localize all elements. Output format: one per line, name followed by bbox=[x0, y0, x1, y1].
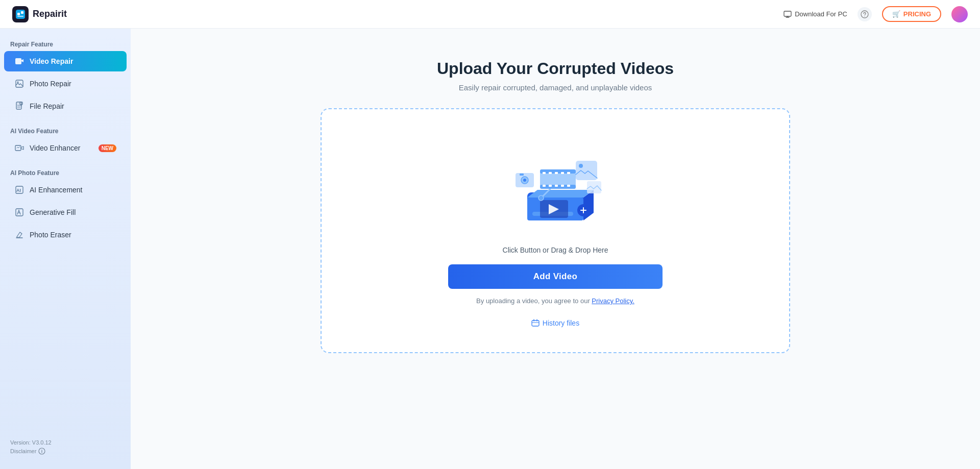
repair-feature-section-label: Repair Feature bbox=[0, 37, 131, 50]
svg-rect-32 bbox=[549, 185, 552, 187]
svg-rect-3 bbox=[17, 16, 23, 17]
page-title: Upload Your Corrupted Videos bbox=[437, 59, 674, 78]
ai-photo-feature-section-label: AI Photo Feature bbox=[0, 165, 131, 179]
svg-point-6 bbox=[864, 15, 865, 16]
generative-fill-icon bbox=[14, 207, 24, 217]
sidebar-item-label-ai-enhancement: AI Enhancement bbox=[30, 186, 116, 194]
pricing-cart-icon: 🛒 bbox=[892, 10, 900, 18]
help-button[interactable] bbox=[857, 7, 872, 21]
photo-repair-icon bbox=[14, 79, 24, 89]
user-avatar[interactable] bbox=[951, 6, 968, 22]
ai-enhancement-icon: AI bbox=[14, 185, 24, 195]
svg-point-9 bbox=[17, 82, 19, 83]
svg-rect-28 bbox=[555, 172, 558, 174]
file-repair-icon bbox=[14, 101, 24, 111]
svg-rect-30 bbox=[567, 172, 570, 174]
sidebar-item-label-photo-repair: Photo Repair bbox=[30, 80, 116, 88]
sidebar-item-label-video-repair: Video Repair bbox=[30, 57, 116, 65]
sidebar-item-photo-eraser[interactable]: Photo Eraser bbox=[4, 225, 127, 245]
svg-rect-26 bbox=[543, 172, 546, 174]
new-badge: NEW bbox=[99, 144, 116, 152]
sidebar-footer: Version: V3.0.12 Disclaimer bbox=[0, 433, 131, 461]
svg-rect-1 bbox=[17, 13, 20, 15]
sidebar-item-video-enhancer[interactable]: Video Enhancer NEW bbox=[4, 138, 127, 158]
video-repair-icon bbox=[14, 56, 24, 66]
download-for-pc-button[interactable]: Download For PC bbox=[783, 10, 847, 18]
header: Repairit Download For PC 🛒 PRICING bbox=[0, 0, 980, 29]
video-enhancer-icon bbox=[14, 143, 24, 153]
sidebar-item-label-file-repair: File Repair bbox=[30, 102, 116, 110]
svg-rect-29 bbox=[561, 172, 564, 174]
svg-rect-43 bbox=[532, 320, 539, 326]
svg-rect-4 bbox=[784, 11, 791, 16]
sidebar-item-label-generative-fill: Generative Fill bbox=[30, 208, 116, 216]
header-right: Download For PC 🛒 PRICING bbox=[783, 6, 968, 22]
svg-rect-35 bbox=[567, 185, 570, 187]
sidebar-item-label-video-enhancer: Video Enhancer bbox=[30, 144, 93, 152]
svg-rect-8 bbox=[16, 80, 23, 87]
pricing-button[interactable]: 🛒 PRICING bbox=[882, 6, 941, 22]
info-icon bbox=[38, 448, 45, 455]
svg-rect-31 bbox=[543, 185, 546, 187]
add-video-button[interactable]: Add Video bbox=[448, 264, 663, 289]
sidebar: Repair Feature Video Repair Photo Repair bbox=[0, 29, 131, 469]
main-content: Upload Your Corrupted Videos Easily repa… bbox=[131, 29, 980, 469]
sidebar-item-file-repair[interactable]: File Repair bbox=[4, 96, 127, 116]
upload-illustration bbox=[504, 134, 606, 236]
svg-rect-33 bbox=[555, 185, 558, 187]
history-icon bbox=[531, 319, 540, 327]
page-subtitle: Easily repair corrupted, damaged, and un… bbox=[459, 83, 652, 92]
version-label: Version: V3.0.12 bbox=[10, 439, 120, 446]
sidebar-item-ai-enhancement[interactable]: AI AI Enhancement bbox=[4, 180, 127, 200]
upload-drop-zone[interactable]: Click Button or Drag & Drop Here Add Vid… bbox=[321, 108, 790, 353]
svg-point-37 bbox=[579, 164, 583, 168]
drag-drop-hint: Click Button or Drag & Drop Here bbox=[503, 246, 608, 254]
svg-rect-34 bbox=[561, 185, 564, 187]
monitor-icon bbox=[783, 10, 792, 18]
svg-rect-7 bbox=[15, 58, 21, 64]
main-layout: Repair Feature Video Repair Photo Repair bbox=[0, 29, 980, 469]
help-icon bbox=[861, 10, 869, 18]
svg-rect-2 bbox=[21, 11, 23, 14]
svg-rect-36 bbox=[576, 161, 597, 180]
sidebar-item-generative-fill[interactable]: Generative Fill bbox=[4, 202, 127, 223]
logo-icon bbox=[12, 6, 29, 22]
sidebar-item-label-photo-eraser: Photo Eraser bbox=[30, 231, 116, 239]
sidebar-item-video-repair[interactable]: Video Repair bbox=[4, 51, 127, 71]
svg-point-40 bbox=[523, 179, 526, 182]
privacy-policy-link[interactable]: Privacy Policy. bbox=[592, 297, 634, 305]
photo-eraser-icon bbox=[14, 230, 24, 240]
logo[interactable]: Repairit bbox=[12, 6, 67, 22]
svg-rect-27 bbox=[549, 172, 552, 174]
svg-text:AI: AI bbox=[16, 188, 21, 193]
logo-text: Repairit bbox=[33, 9, 67, 19]
sidebar-item-photo-repair[interactable]: Photo Repair bbox=[4, 73, 127, 94]
svg-point-22 bbox=[538, 195, 544, 201]
svg-rect-41 bbox=[520, 174, 524, 176]
svg-point-5 bbox=[861, 11, 868, 18]
privacy-notice: By uploading a video, you agree to our P… bbox=[476, 297, 634, 305]
disclaimer-link[interactable]: Disclaimer bbox=[10, 448, 120, 455]
ai-video-feature-section-label: AI Video Feature bbox=[0, 124, 131, 137]
history-files-link[interactable]: History files bbox=[531, 319, 579, 327]
svg-rect-0 bbox=[16, 10, 25, 19]
